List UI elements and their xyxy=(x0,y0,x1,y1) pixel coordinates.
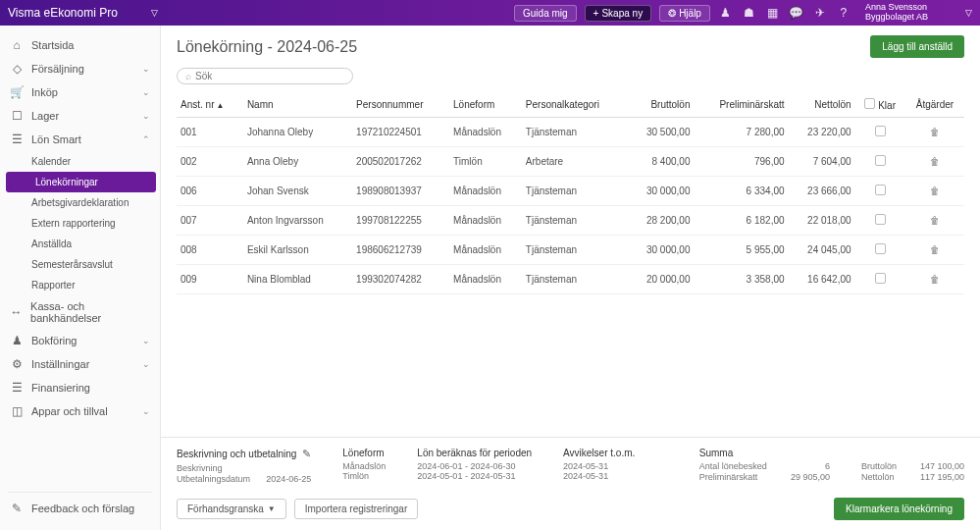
klarmarkera-button[interactable]: Klarmarkera lönekörning xyxy=(834,498,964,520)
checkbox[interactable] xyxy=(875,126,886,136)
chevron-down-icon: ⌄ xyxy=(142,359,150,369)
chevron-down-icon: ▼ xyxy=(268,504,276,513)
import-button[interactable]: Importera registreringar xyxy=(294,499,418,519)
checkbox[interactable] xyxy=(875,243,886,254)
chevron-down-icon: ⌄ xyxy=(142,336,150,345)
pencil-icon[interactable]: ✎ xyxy=(302,448,311,460)
sidebar-sub-lon: Kalender Lönekörningar Arbetsgivardeklar… xyxy=(2,151,160,295)
plus-icon: + xyxy=(593,8,599,19)
sidebar-item-finansiering[interactable]: ☰Finansiering xyxy=(0,376,160,399)
table-row[interactable]: 001 Johanna Oleby 197210224501 Månadslön… xyxy=(177,118,964,147)
trash-icon[interactable]: 🗑 xyxy=(930,215,940,226)
sidebar-item-inkop[interactable]: 🛒Inköp⌄ xyxy=(0,80,160,104)
sidebar-sub-kalender[interactable]: Kalender xyxy=(2,151,160,172)
search-box[interactable]: ⌕ xyxy=(177,68,353,84)
pay-label: Utbetalningsdatum xyxy=(177,473,250,487)
col-personnummer[interactable]: Personnummer xyxy=(352,92,449,118)
help-button[interactable]: ❂Hjälp xyxy=(659,5,710,22)
sidebar-sub-lonekorningar[interactable]: Lönekörningar xyxy=(6,172,156,192)
table-row[interactable]: 006 Johan Svensk 198908013937 Månadslön … xyxy=(177,177,964,206)
col-anst-nr[interactable]: Anst. nr▲ xyxy=(177,92,243,118)
col-personalkategori[interactable]: Personalkategori xyxy=(522,92,628,118)
create-button[interactable]: +Skapa ny xyxy=(585,5,652,22)
trash-icon[interactable]: 🗑 xyxy=(930,244,940,255)
col-bruttolon[interactable]: Bruttolön xyxy=(627,92,694,118)
users-icon[interactable]: ♟ xyxy=(718,5,734,21)
col-namn[interactable]: Namn xyxy=(243,92,352,118)
question-icon[interactable]: ? xyxy=(836,5,851,21)
pay-date: 2024-06-25 xyxy=(266,473,311,487)
brand[interactable]: Visma eEkonomi Pro ▽ xyxy=(8,6,158,20)
lifebuoy-icon: ❂ xyxy=(668,8,676,19)
checkbox[interactable] xyxy=(875,273,886,284)
table-row[interactable]: 009 Nina Blomblad 199302074282 Månadslön… xyxy=(177,265,964,294)
trash-icon[interactable]: 🗑 xyxy=(930,127,940,137)
sidebar-item-appar[interactable]: ◫Appar och tillval⌄ xyxy=(0,399,160,423)
trash-icon[interactable]: 🗑 xyxy=(930,156,940,167)
col-prelskatt[interactable]: Preliminärskatt xyxy=(694,92,788,118)
cart-icon: 🛒 xyxy=(10,85,24,99)
user-block[interactable]: Anna Svensson Byggbolaget AB xyxy=(859,3,928,23)
chevron-down-icon: ▽ xyxy=(151,8,158,18)
sidebar-item-bokforing[interactable]: ♟Bokföring⌄ xyxy=(0,329,160,352)
col-atgarder: Åtgärder xyxy=(905,92,964,118)
sidebar-item-lager[interactable]: ☐Lager⌄ xyxy=(0,104,160,128)
rocket-icon[interactable]: ✈ xyxy=(812,5,828,21)
table-row[interactable]: 007 Anton Ingvarsson 199708122255 Månads… xyxy=(177,206,964,236)
trash-icon[interactable]: 🗑 xyxy=(930,274,940,285)
checkbox[interactable] xyxy=(864,98,875,109)
table-row[interactable]: 008 Eskil Karlsson 198606212739 Månadslö… xyxy=(177,236,964,265)
add-employee-button[interactable]: Lägg till anställd xyxy=(870,35,964,58)
checkbox[interactable] xyxy=(875,214,886,225)
company-icon[interactable]: ☗ xyxy=(742,5,757,21)
col-klar[interactable]: Klar xyxy=(855,92,905,118)
desc-label: Beskrivning xyxy=(177,463,311,473)
chevron-down-icon: ▽ xyxy=(965,8,972,18)
sidebar-sub-anstallda[interactable]: Anställda xyxy=(2,234,160,254)
book-icon: ♟ xyxy=(10,334,24,347)
sidebar-item-kassa[interactable]: ↔Kassa- och bankhändelser xyxy=(0,295,160,329)
chevron-down-icon: ⌄ xyxy=(142,111,150,121)
sidebar-sub-semester[interactable]: Semesterårsavslut xyxy=(2,254,160,275)
gear-icon: ⚙ xyxy=(10,357,24,371)
sidebar-item-lon-smart[interactable]: ☰Lön Smart⌃ xyxy=(0,128,160,151)
chevron-down-icon: ⌄ xyxy=(142,87,150,97)
topbar: Visma eEkonomi Pro ▽ Guida mig +Skapa ny… xyxy=(0,0,980,26)
chevron-down-icon: ⌄ xyxy=(142,406,150,416)
sidebar-item-feedback[interactable]: ✎Feedback och förslag xyxy=(0,497,160,520)
sidebar-item-forsaljning[interactable]: ◇Försäljning⌄ xyxy=(0,57,160,80)
checkbox[interactable] xyxy=(875,185,886,195)
calendar-icon[interactable]: ▦ xyxy=(765,5,781,21)
footer-info: Beskrivning och utbetalning ✎ Beskrivnin… xyxy=(161,437,980,493)
sidebar-sub-extern[interactable]: Extern rapportering xyxy=(2,213,160,234)
bank-icon: ↔ xyxy=(10,305,23,319)
sidebar-sub-rapporter[interactable]: Rapporter xyxy=(2,275,160,295)
home-icon: ⌂ xyxy=(10,38,24,52)
checkbox[interactable] xyxy=(875,155,886,166)
sort-asc-icon: ▲ xyxy=(216,101,224,110)
coins-icon: ☰ xyxy=(10,381,24,395)
sidebar: ⌂Startsida ◇Försäljning⌄ 🛒Inköp⌄ ☐Lager⌄… xyxy=(0,26,161,530)
payroll-icon: ☰ xyxy=(10,132,24,146)
preview-button[interactable]: Förhandsgranska ▼ xyxy=(177,499,286,519)
main-content: Lönekörning - 2024-06-25 Lägg till anstä… xyxy=(161,26,980,530)
guide-button[interactable]: Guida mig xyxy=(514,5,577,22)
tag-icon: ◇ xyxy=(10,62,24,76)
trash-icon[interactable]: 🗑 xyxy=(930,186,940,196)
employee-table: Anst. nr▲ Namn Personnummer Löneform Per… xyxy=(177,92,964,294)
box-icon: ☐ xyxy=(10,109,24,123)
user-company: Byggbolaget AB xyxy=(865,13,928,23)
page-title: Lönekörning - 2024-06-25 xyxy=(177,38,357,56)
sidebar-sub-arbetsgivar[interactable]: Arbetsgivardeklaration xyxy=(2,192,160,213)
search-icon: ⌕ xyxy=(185,71,191,81)
search-input[interactable] xyxy=(195,71,344,81)
chat-icon[interactable]: 💬 xyxy=(789,5,804,21)
comment-icon: ✎ xyxy=(10,502,24,515)
col-nettolon[interactable]: Nettolön xyxy=(789,92,855,118)
col-loneform[interactable]: Löneform xyxy=(449,92,522,118)
table-row[interactable]: 002 Anna Oleby 200502017262 Timlön Arbet… xyxy=(177,147,964,177)
chevron-down-icon: ⌄ xyxy=(142,64,150,74)
sidebar-item-startsida[interactable]: ⌂Startsida xyxy=(0,33,160,57)
sidebar-item-installningar[interactable]: ⚙Inställningar⌄ xyxy=(0,352,160,376)
apps-icon: ◫ xyxy=(10,404,24,418)
